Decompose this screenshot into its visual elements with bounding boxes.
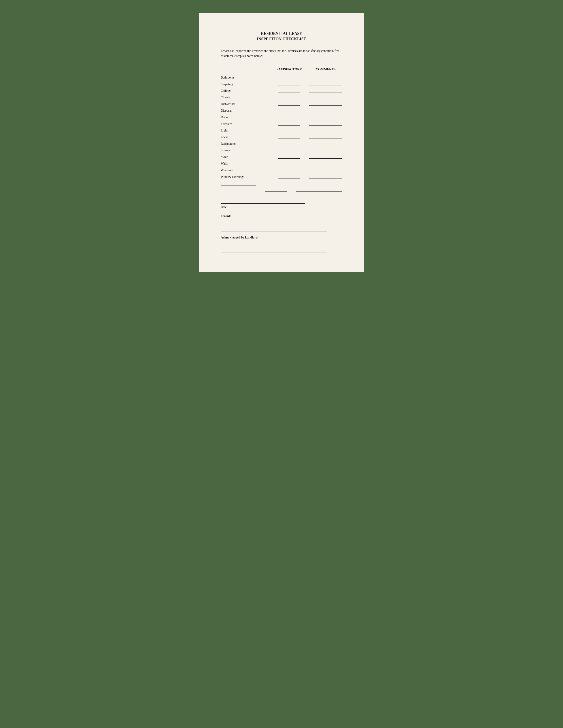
item-name-11: Screens [221,149,269,153]
title-line2: INSPECTION CHECKLIST [221,36,342,42]
comments-cell-0 [309,79,342,79]
item-name-12: Stove [221,155,269,159]
comments-cell-10 [309,145,342,145]
checklist-row: Doors [221,114,342,120]
blank-satisfactory-1 [256,185,296,186]
blank-item-name-2 [221,188,256,192]
satisfactory-line-14 [278,172,300,172]
col-satisfactory-header: SATISFACTORY [269,67,309,71]
item-name-6: Doors [221,116,269,120]
checklist-row: Screens [221,147,342,153]
satisfactory-line-4 [278,105,300,106]
item-name-13: Walls [221,162,269,166]
intro-text: Tenant has inspected the Premises and st… [221,49,342,58]
blank-item-name-1 [221,182,256,186]
date-signature-line [221,203,305,204]
satisfactory-line-5 [278,112,300,112]
comments-cell-14 [309,172,342,172]
col-item-header [221,67,269,71]
item-name-8: Lights [221,129,269,133]
title-line1: RESIDENTIAL LEASE [221,31,342,36]
comments-label: COMMENTS [316,68,336,71]
item-name-15: Window coverings [221,175,269,179]
checklist-row: Windows [221,167,342,173]
satisfactory-cell-9 [269,139,309,139]
checklist-row: Closets [221,94,342,100]
blank-row-2 [221,187,342,192]
item-name-0: Bathrooms [221,76,269,80]
checklist-row: Window coverings [221,174,342,179]
item-name-7: Fireplace [221,122,269,126]
item-name-3: Closets [221,96,269,100]
landlord-section: Acknowledged by Landlord: [221,236,342,253]
satisfactory-cell-5 [269,112,309,113]
blank-sat-line-2 [265,191,287,192]
satisfactory-cell-8 [269,132,309,133]
satisfactory-line-0 [278,79,300,79]
satisfactory-line-6 [278,119,300,119]
comments-cell-5 [309,112,342,112]
comments-cell-13 [309,165,342,165]
satisfactory-cell-6 [269,119,309,120]
checklist-row: Ceilings [221,88,342,93]
checklist-row: Disposal [221,108,342,113]
comments-cell-7 [309,125,342,126]
satisfactory-line-3 [278,99,300,99]
satisfactory-cell-3 [269,99,309,100]
item-name-1: Carpeting [221,83,269,86]
satisfactory-cell-12 [269,158,309,159]
checklist-rows: BathroomsCarpetingCeilingsClosetsDishwas… [221,75,342,179]
item-name-14: Windows [221,169,269,173]
item-name-4: Dishwasher [221,102,269,106]
col-comments-header: COMMENTS [309,67,342,71]
item-name-10: Refrigerator [221,142,269,146]
checklist-row: Dishwasher [221,101,342,106]
blank-comments-2 [296,191,342,192]
item-name-5: Disposal [221,109,269,113]
item-name-9: Locks [221,135,269,139]
date-label: Date [221,205,342,209]
checklist-row: Fireplace [221,121,342,126]
comments-cell-12 [309,158,342,159]
checklist-row: Refrigerator [221,141,342,146]
satisfactory-cell-15 [269,178,309,179]
comments-cell-6 [309,119,342,119]
page: RESIDENTIAL LEASE INSPECTION CHECKLIST T… [199,13,364,272]
blank-row-1 [221,180,342,186]
checklist-header: SATISFACTORY COMMENTS [221,67,342,71]
comments-cell-3 [309,99,342,99]
comments-cell-4 [309,105,342,106]
satisfactory-cell-10 [269,145,309,146]
satisfactory-cell-11 [269,152,309,153]
title-section: RESIDENTIAL LEASE INSPECTION CHECKLIST [221,31,342,42]
landlord-label: Acknowledged by Landlord: [221,236,342,239]
checklist-row: Lights [221,128,342,133]
comments-cell-11 [309,152,342,152]
satisfactory-line-13 [278,165,300,165]
checklist-section: SATISFACTORY COMMENTS BathroomsCarpeting… [221,67,342,192]
satisfactory-cell-0 [269,79,309,80]
checklist-row: Locks [221,134,342,139]
satisfactory-line-7 [278,125,300,126]
signatures-section: Date Tenant: [221,203,342,231]
satisfactory-line-11 [278,152,300,152]
checklist-row: Bathrooms [221,75,342,80]
checklist-row: Carpeting [221,81,342,86]
checklist-row: Walls [221,161,342,166]
satisfactory-label: SATISFACTORY [276,68,302,71]
tenant-label: Tenant: [221,214,342,218]
blank-satisfactory-2 [256,191,296,192]
satisfactory-cell-4 [269,105,309,106]
satisfactory-cell-1 [269,86,309,86]
satisfactory-cell-2 [269,92,309,93]
satisfactory-line-12 [278,158,300,159]
satisfactory-cell-7 [269,125,309,126]
satisfactory-cell-13 [269,165,309,166]
satisfactory-cell-14 [269,172,309,173]
satisfactory-line-10 [278,145,300,145]
item-name-2: Ceilings [221,89,269,93]
checklist-row: Stove [221,154,342,159]
